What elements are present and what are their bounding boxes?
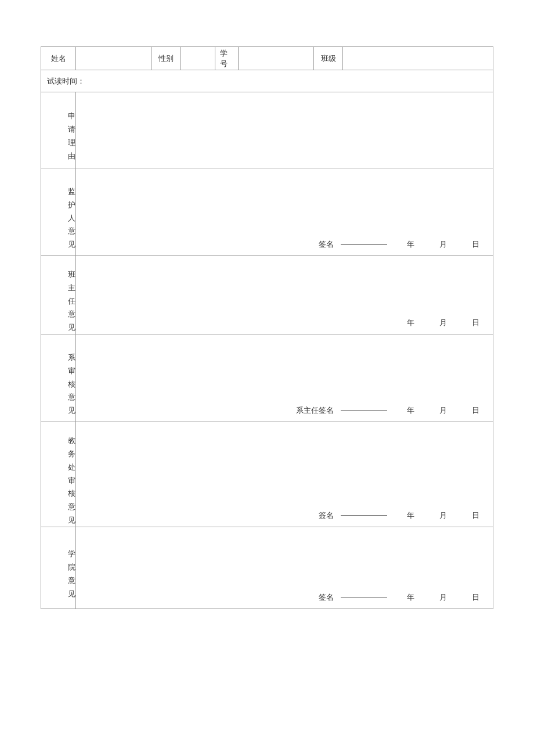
dept-review-label: 系 审 核 意 见 xyxy=(41,334,76,422)
academic-affairs-signature-line[interactable] xyxy=(341,515,387,516)
dept-review-date: 年 月 日 xyxy=(405,405,481,416)
college-signature-line[interactable] xyxy=(341,597,387,597)
class-teacher-row: 班 主 任 意 见 年 月 日 xyxy=(41,256,493,334)
dept-review-row: 系 审 核 意 见 系主任签名 年 月 日 xyxy=(41,334,493,422)
college-date: 年 月 日 xyxy=(405,592,481,603)
form-container: 姓名 性别 学号 班级 试读时间： 申 请 理 由 xyxy=(41,46,493,609)
class-teacher-content[interactable]: 年 月 日 xyxy=(76,256,493,334)
dept-review-signature-line[interactable] xyxy=(341,410,387,411)
application-content[interactable] xyxy=(76,92,493,168)
academic-affairs-signature-row: 簽名 年 月 日 xyxy=(76,510,493,521)
guardian-date: 年 月 日 xyxy=(405,239,481,250)
college-row: 学 院 意 见 签名 年 月 日 xyxy=(41,527,493,609)
id-value[interactable] xyxy=(239,47,314,70)
class-value[interactable] xyxy=(343,47,493,70)
trial-time-label: 试读时间： xyxy=(47,76,85,87)
guardian-signature-label: 签名 xyxy=(319,239,334,250)
class-teacher-date: 年 月 日 xyxy=(405,318,481,328)
guardian-signature-row: 签名 年 月 日 xyxy=(76,239,493,250)
academic-affairs-signature-label: 簽名 xyxy=(319,510,334,521)
class-label: 班级 xyxy=(314,47,343,70)
id-label: 学号 xyxy=(215,47,239,70)
academic-affairs-row: 教 务 处 审 核 意 见 簽名 年 月 日 xyxy=(41,422,493,527)
college-label: 学 院 意 见 xyxy=(41,527,76,609)
trial-time-row: 试读时间： xyxy=(41,70,493,92)
guardian-content[interactable]: 签名 年 月 日 xyxy=(76,168,493,255)
header-row: 姓名 性别 学号 班级 xyxy=(41,47,493,70)
college-content[interactable]: 签名 年 月 日 xyxy=(76,527,493,609)
dept-review-content[interactable]: 系主任签名 年 月 日 xyxy=(76,334,493,422)
class-teacher-date-row: 年 月 日 xyxy=(76,318,493,328)
class-teacher-label: 班 主 任 意 见 xyxy=(41,256,76,334)
college-signature-row: 签名 年 月 日 xyxy=(76,592,493,603)
name-label: 姓名 xyxy=(41,47,76,70)
guardian-label: 监 护 人 意 见 xyxy=(41,168,76,255)
academic-affairs-date: 年 月 日 xyxy=(405,510,481,521)
academic-affairs-label: 教 务 处 审 核 意 见 xyxy=(41,422,76,527)
guardian-row: 监 护 人 意 见 签名 年 月 日 xyxy=(41,168,493,256)
gender-value[interactable] xyxy=(181,47,215,70)
application-row: 申 请 理 由 xyxy=(41,92,493,168)
name-value[interactable] xyxy=(76,47,151,70)
application-label: 申 请 理 由 xyxy=(41,92,76,168)
college-signature-label: 签名 xyxy=(319,592,334,603)
dept-review-signature-label: 系主任签名 xyxy=(296,405,334,416)
academic-affairs-content[interactable]: 簽名 年 月 日 xyxy=(76,422,493,527)
guardian-signature-line[interactable] xyxy=(341,244,387,245)
gender-label: 性别 xyxy=(151,47,181,70)
dept-review-signature-row: 系主任签名 年 月 日 xyxy=(76,405,493,416)
